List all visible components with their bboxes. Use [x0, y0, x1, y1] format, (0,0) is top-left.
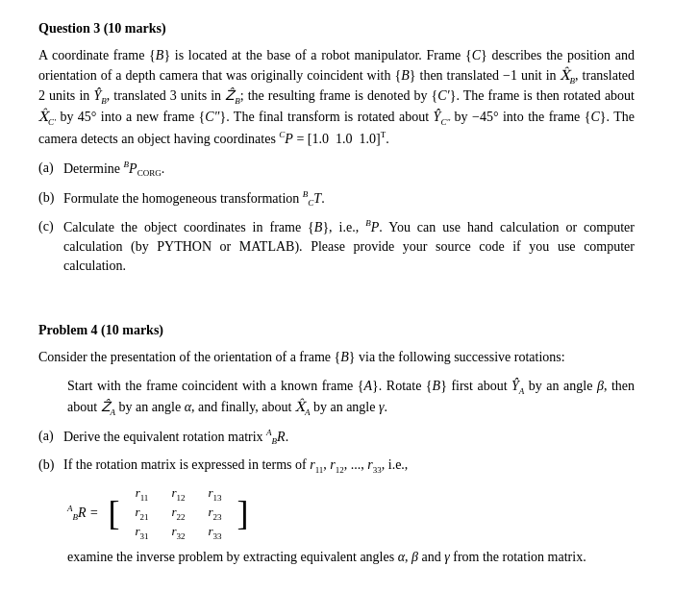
- matrix-cell-22: r22: [171, 504, 185, 524]
- matrix-cell-13: r13: [208, 484, 221, 505]
- question-4: Problem 4 (10 marks) Consider the presen…: [38, 321, 635, 568]
- matrix-cell-31: r31: [135, 523, 148, 543]
- matrix-cell-12: r12: [171, 484, 185, 505]
- q3-part-b: (b) Formulate the homogeneous transforma…: [38, 188, 635, 210]
- matrix-cell-11: r11: [136, 484, 149, 505]
- q3-title: Question 3 (10 marks): [38, 19, 635, 38]
- q3-content-a: Determine BPCORG.: [63, 159, 635, 181]
- q4-content-a: Derive the equivalent rotation matrix AB…: [63, 427, 635, 449]
- matrix-equation: ABR = [ r11 r12 r13 r21 r22 r23 r31 r32 …: [67, 484, 635, 542]
- matrix-cell-33: r33: [208, 523, 221, 543]
- q4-label-b: (b): [38, 456, 58, 477]
- matrix-cell-21: r21: [135, 504, 148, 524]
- q4-intro: Consider the presentation of the orienta…: [38, 348, 635, 367]
- q3-part-a: (a) Determine BPCORG.: [38, 159, 635, 181]
- q4-matrix-footer: examine the inverse problem by extractin…: [67, 548, 635, 567]
- q4-title: Problem 4 (10 marks): [38, 321, 635, 340]
- q4-description: Start with the frame coincident with a k…: [67, 377, 635, 419]
- matrix-cell-23: r23: [208, 504, 221, 524]
- q4-part-b: (b) If the rotation matrix is expressed …: [38, 456, 635, 477]
- q3-label-c: (c): [38, 217, 58, 277]
- question-3: Question 3 (10 marks) A coordinate frame…: [38, 19, 635, 277]
- q3-body: A coordinate frame {B} is located at the…: [38, 46, 635, 149]
- q3-content-c: Calculate the object coordinates in fram…: [63, 217, 635, 277]
- matrix-cells: r11 r12 r13 r21 r22 r23 r31 r32 r33: [124, 484, 234, 542]
- matrix-cell-32: r32: [171, 523, 185, 543]
- q3-label-b: (b): [38, 188, 58, 210]
- q4-part-a: (a) Derive the equivalent rotation matri…: [38, 427, 635, 449]
- q3-label-a: (a): [38, 159, 58, 181]
- q4-label-a: (a): [38, 427, 58, 449]
- q3-part-c: (c) Calculate the object coordinates in …: [38, 217, 635, 277]
- matrix-bracket-left: [: [109, 496, 120, 530]
- q3-content-b: Formulate the homogeneous transformation…: [63, 188, 635, 210]
- matrix-label: ABR =: [67, 503, 99, 525]
- matrix-bracket-right: ]: [237, 496, 249, 530]
- q4-content-b: If the rotation matrix is expressed in t…: [63, 456, 635, 477]
